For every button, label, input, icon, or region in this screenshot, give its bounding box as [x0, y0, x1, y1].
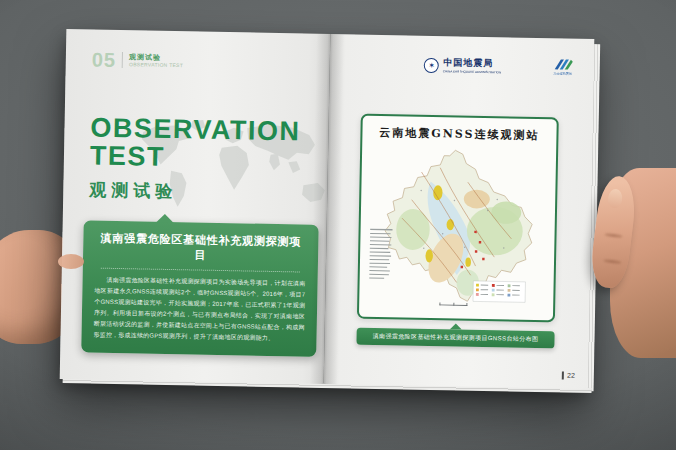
- banner-divider: [101, 268, 299, 273]
- section-divider: [122, 52, 123, 68]
- thumb-crease: [604, 233, 622, 238]
- right-hand: [594, 166, 676, 361]
- section-label-en: OBSERVATION TEST: [129, 61, 183, 68]
- banner-pointer-icon: [156, 214, 174, 223]
- yunnan-logo-subtext: 云南省地震局: [553, 71, 572, 75]
- agency-logos: ✶ 中国地震局 CHINA EARTHQUAKE ADMINISTRATION …: [424, 56, 578, 78]
- page-number: 22: [562, 371, 575, 380]
- map-legend: [473, 281, 525, 302]
- photo-scene: 05 观测试验 OBSERVATION TEST: [0, 0, 676, 450]
- page-title-subtitle-zh: 观测试验: [89, 178, 299, 205]
- cea-logo: ✶ 中国地震局 CHINA EARTHQUAKE ADMINISTRATION: [424, 56, 538, 77]
- map-caption-banner: 滇南强震危险区基础性补充观测探测项目GNSS台站分布图: [356, 328, 554, 349]
- thumb-crease: [603, 259, 621, 264]
- open-brochure: 05 观测试验 OBSERVATION TEST: [60, 29, 595, 389]
- section-number: 05: [92, 49, 117, 69]
- right-thumb-nail: [607, 188, 623, 209]
- map-card: 云南地震GNSS连续观测站: [357, 114, 559, 323]
- page-title-line2: TEST: [90, 142, 301, 174]
- project-banner-body: 滇南强震危险区基础性补充观测探测项目为实验场先导项目，计划在滇南地区新建永久GN…: [93, 275, 305, 346]
- left-page: 05 观测试验 OBSERVATION TEST: [60, 29, 331, 384]
- project-banner: 滇南强震危险区基础性补充观测探测项目 滇南强震危险区基础性补充观测探测项目为实验…: [81, 220, 318, 356]
- cea-logo-subtext: CHINA EARTHQUAKE ADMINISTRATION: [443, 69, 502, 74]
- yunnan-agency-logo: 云南省地震局: [548, 58, 578, 78]
- right-page: ✶ 中国地震局 CHINA EARTHQUAKE ADMINISTRATION …: [324, 34, 595, 389]
- yunnan-gnss-map: [363, 141, 552, 317]
- caption-pointer-icon: [450, 323, 462, 329]
- project-banner-title: 滇南强震危险区基础性补充观测探测项目: [95, 231, 307, 265]
- section-header: 05 观测试验 OBSERVATION TEST: [92, 49, 184, 71]
- map-caption: 滇南强震危险区基础性补充观测探测项目GNSS台站分布图: [362, 332, 548, 345]
- cea-emblem-icon: ✶: [424, 58, 439, 73]
- yunnan-logo-stripes-icon: [553, 58, 573, 71]
- left-hand-fingertip: [58, 254, 84, 269]
- page-title: OBSERVATION TEST 观测试验: [89, 113, 301, 205]
